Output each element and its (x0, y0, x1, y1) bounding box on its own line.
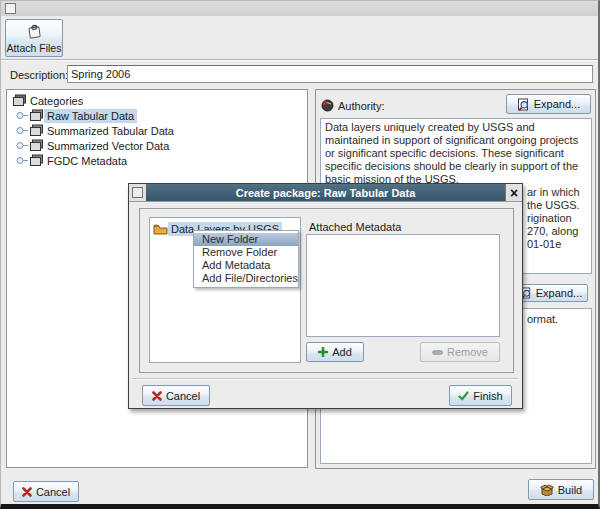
menu-item-remove-folder[interactable]: Remove Folder (194, 246, 298, 259)
red-x-icon (152, 391, 162, 401)
tree-node-raw-tabular[interactable]: Raw Tabular Data (16, 108, 137, 123)
create-package-dialog: Create package: Raw Tabular Data × Data … (128, 183, 523, 409)
dialog-cancel-button[interactable]: Cancel (142, 385, 210, 406)
authority-globe-icon (321, 99, 334, 112)
authority-text-fragment: 01-01e (527, 238, 561, 251)
tree-expand-handle-icon[interactable] (16, 126, 29, 135)
attached-metadata-list[interactable] (306, 234, 500, 337)
authority-label: Authority: (338, 100, 384, 112)
remove-button[interactable]: Remove (420, 342, 500, 362)
authority-text: Data layers uniquely created by USGS and… (325, 121, 578, 185)
green-check-icon (458, 391, 469, 401)
category-stack-icon (29, 139, 44, 152)
magnifier-doc-icon (517, 98, 530, 111)
cancel-label: Cancel (36, 486, 70, 498)
dialog-separator (132, 378, 519, 380)
tree-expand-handle-icon[interactable] (16, 111, 29, 120)
format-expand-button[interactable]: Expand... (514, 284, 588, 302)
dialog-titlebar[interactable]: Create package: Raw Tabular Data × (129, 184, 522, 202)
tree-node-categories-root[interactable]: Categories (12, 93, 86, 108)
authority-text-fragment: rigination (527, 212, 572, 225)
menu-item-add-metadata[interactable]: Add Metadata (194, 259, 298, 272)
build-label: Build (558, 484, 582, 496)
dialog-window-icon (129, 184, 146, 201)
dialog-finish-label: Finish (473, 390, 502, 402)
add-button[interactable]: Add (306, 342, 364, 362)
authority-text-fragment: ar in which (527, 186, 580, 199)
description-input[interactable] (67, 65, 593, 83)
dialog-finish-button[interactable]: Finish (449, 385, 512, 406)
tree-node-summarized-tabular[interactable]: Summarized Tabular Data (16, 123, 177, 138)
tree-node-label: Summarized Tabular Data (44, 124, 177, 138)
authority-expand-label: Expand... (534, 98, 580, 110)
remove-label: Remove (447, 346, 488, 358)
menu-item-add-file-directories[interactable]: Add File/Directories (194, 272, 298, 285)
tree-node-label: FGDC Metadata (44, 154, 130, 168)
attach-files-button[interactable]: Attach Files (5, 19, 63, 57)
main-window: Attach Files Description: Categories (0, 0, 600, 509)
window-titlebar (1, 1, 598, 16)
toolbar (1, 16, 598, 60)
clipboard-icon (26, 24, 43, 39)
attached-metadata-label: Attached Metadata (309, 221, 401, 233)
category-stack-icon (29, 124, 44, 137)
build-button[interactable]: Build (528, 479, 594, 500)
tree-node-label: Raw Tabular Data (44, 109, 137, 123)
authority-text-fragment: the USGS. (527, 199, 580, 212)
tree-node-label: Summarized Vector Data (44, 139, 172, 153)
gray-minus-icon (432, 350, 443, 355)
cancel-button[interactable]: Cancel (13, 481, 79, 502)
menu-item-new-folder[interactable]: New Folder (194, 233, 298, 246)
authority-text-fragment: 270, along (527, 225, 578, 238)
dialog-title: Create package: Raw Tabular Data (236, 187, 416, 199)
tree-node-label: Categories (27, 94, 86, 108)
folder-icon (153, 223, 168, 235)
package-box-icon (540, 484, 554, 496)
context-menu: New Folder Remove Folder Add Metadata Ad… (193, 230, 299, 288)
dialog-close-button[interactable]: × (505, 184, 522, 201)
tree-expand-handle-icon[interactable] (16, 141, 29, 150)
close-icon: × (510, 187, 518, 199)
tree-expand-handle-icon[interactable] (16, 156, 29, 165)
category-stack-icon (29, 154, 44, 167)
add-label: Add (332, 346, 352, 358)
authority-expand-button[interactable]: Expand... (506, 94, 591, 114)
description-label: Description: (10, 69, 68, 81)
dialog-cancel-label: Cancel (166, 390, 200, 402)
format-text-fragment: ormat. (527, 313, 558, 326)
format-expand-label: Expand... (536, 287, 582, 299)
tree-node-summarized-vector[interactable]: Summarized Vector Data (16, 138, 172, 153)
window-icon (5, 3, 16, 14)
category-stack-icon (29, 109, 44, 122)
category-stack-icon (12, 94, 27, 107)
red-x-icon (22, 487, 32, 497)
attach-files-label: Attach Files (7, 42, 62, 54)
green-plus-icon (318, 347, 328, 357)
tree-node-fgdc-metadata[interactable]: FGDC Metadata (16, 153, 130, 168)
